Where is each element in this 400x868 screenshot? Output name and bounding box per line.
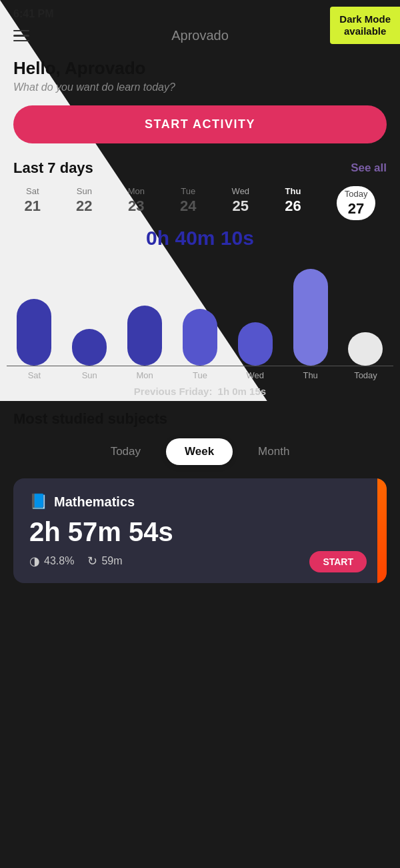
hello-greeting: Hello, Aprovado (13, 58, 387, 79)
tab-month[interactable]: Month (239, 438, 308, 465)
tabs: Today Week Month (0, 438, 400, 465)
subject-name: Mathematics (54, 494, 135, 510)
status-time: 6:41 PM (13, 8, 53, 20)
cal-day-sat[interactable]: Sat 21 (25, 186, 41, 220)
stat-extra-value: 59m (101, 555, 122, 567)
bar-label-sat: Sat (17, 370, 51, 380)
dark-mode-badge: Dark Mode available (330, 7, 400, 44)
bar-mon-fill (127, 306, 162, 366)
bar-label-tue: Tue (183, 370, 217, 380)
subject-card-header: 📘 Mathematics (29, 493, 371, 510)
bar-today (348, 259, 383, 366)
see-all-link[interactable]: See all (351, 161, 387, 175)
hello-section: Hello, Aprovado What do you want do lear… (0, 51, 400, 93)
tab-today[interactable]: Today (92, 438, 159, 465)
cal-day-mon[interactable]: Mon 23 (128, 186, 145, 220)
cal-day-sun[interactable]: Sun 22 (76, 186, 92, 220)
bar-sat (17, 259, 51, 366)
clock-icon: ↻ (87, 554, 97, 568)
subject-time: 2h 57m 54s (29, 517, 371, 547)
time-display: 0h 40m 10s (0, 227, 400, 250)
bar-tue-fill (183, 309, 217, 366)
bar-label-thu: Thu (293, 370, 328, 380)
stat-extra-time: ↻ 59m (87, 554, 122, 568)
cal-day-tue[interactable]: Tue 24 (180, 186, 196, 220)
bar-label-mon: Mon (127, 370, 162, 380)
last7days-title: Last 7 days (13, 159, 93, 177)
bar-label-sun: Sun (72, 370, 107, 380)
pie-icon: ◑ (29, 554, 40, 568)
cal-day-thu[interactable]: Thu 26 (285, 186, 301, 220)
prev-friday: Previous Friday: 1h 0m 15s (0, 386, 400, 397)
stat-percentage: ◑ 43.8% (29, 554, 74, 568)
bar-wed-fill (238, 322, 273, 366)
subject-card: 📘 Mathematics 2h 57m 54s ◑ 43.8% ↻ 59m S… (13, 478, 387, 583)
card-start-button[interactable]: START (309, 551, 367, 572)
bar-sun-fill (72, 329, 107, 366)
cal-day-wed[interactable]: Wed 25 (232, 186, 250, 220)
calendar-strip: Sat 21 Sun 22 Mon 23 Tue 24 Wed 25 Thu 2… (0, 186, 400, 220)
bar-label-wed: Wed (238, 370, 273, 380)
start-activity-button[interactable]: START ACTIVITY (13, 105, 387, 143)
cal-day-today[interactable]: Today 27 (337, 186, 376, 220)
bar-sat-fill (17, 299, 51, 366)
bar-mon (127, 259, 162, 366)
last7days-header: Last 7 days See all (0, 159, 400, 177)
bar-wed (238, 259, 273, 366)
card-accent (377, 478, 387, 583)
bar-thu (293, 259, 328, 366)
bar-sun (72, 259, 107, 366)
tab-week[interactable]: Week (166, 438, 233, 465)
subject-icon: 📘 (29, 493, 47, 510)
bar-thu-fill (293, 269, 328, 366)
bar-labels-row: Sat Sun Mon Tue Wed Thu Today (0, 366, 400, 380)
header-title: Aprovado (171, 28, 229, 43)
menu-icon[interactable] (13, 30, 29, 42)
bar-today-fill (348, 332, 383, 366)
bar-chart (0, 259, 400, 366)
bar-label-today: Today (348, 370, 383, 380)
most-studied-title: Most studied subjects (0, 410, 400, 428)
bar-tue (183, 259, 217, 366)
hello-subtitle: What do you want do learn today? (13, 81, 387, 93)
stat-percentage-value: 43.8% (44, 555, 74, 567)
